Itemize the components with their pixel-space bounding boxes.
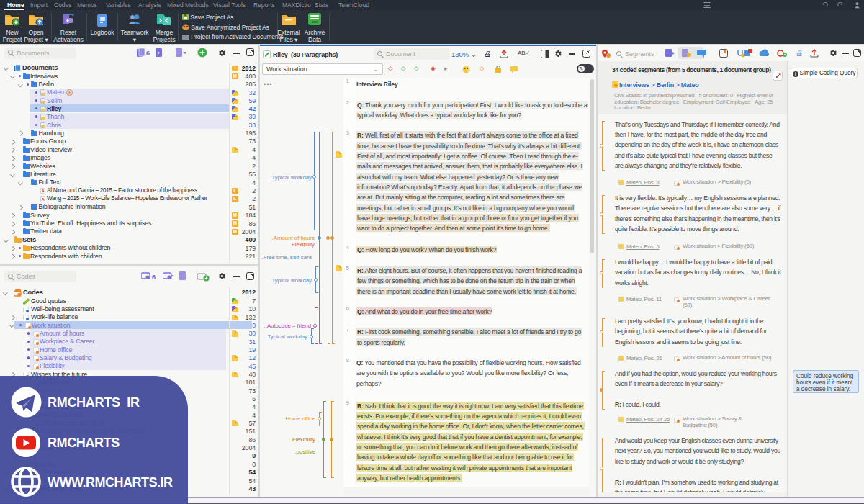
svg-text:6: 6	[146, 50, 150, 57]
svg-text:6: 6	[152, 274, 156, 281]
